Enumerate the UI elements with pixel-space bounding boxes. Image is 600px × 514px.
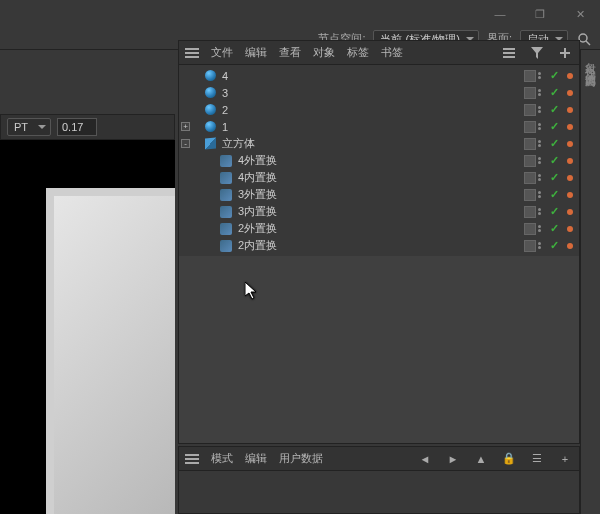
render-toggle[interactable]: ✓ [550, 205, 559, 218]
visibility-toggle[interactable] [538, 172, 548, 184]
boole-icon [219, 205, 233, 219]
render-toggle[interactable]: ✓ [550, 86, 559, 99]
tree-row[interactable]: 2内置换✓ [179, 237, 579, 254]
phong-tag[interactable] [567, 73, 573, 79]
view-list-icon[interactable] [501, 45, 517, 61]
render-toggle[interactable]: ✓ [550, 188, 559, 201]
object-tree[interactable]: 4✓3✓2✓+1✓-立方体✓4外置换✓4内置换✓3外置换✓3内置换✓2外置换✓2… [179, 65, 579, 256]
expand-toggle[interactable]: - [181, 139, 190, 148]
layer-toggle[interactable] [524, 155, 536, 167]
layer-toggle[interactable] [524, 172, 536, 184]
visibility-toggle[interactable] [538, 138, 548, 150]
phong-tag[interactable] [567, 175, 573, 181]
tree-row[interactable]: 1外置换✓ [179, 254, 579, 256]
object-toggles: ✓ [524, 137, 573, 150]
menu-tags[interactable]: 标签 [347, 45, 369, 60]
lock-icon[interactable]: 🔒 [501, 451, 517, 467]
phong-tag[interactable] [567, 90, 573, 96]
object-label: 1 [222, 121, 228, 133]
close-button[interactable]: ✕ [560, 0, 600, 28]
phong-tag[interactable] [567, 141, 573, 147]
render-toggle[interactable]: ✓ [550, 120, 559, 133]
expand-toggle[interactable]: + [181, 122, 190, 131]
menu-icon[interactable] [185, 454, 199, 464]
phong-tag[interactable] [567, 107, 573, 113]
render-toggle[interactable]: ✓ [550, 239, 559, 252]
render-toggle[interactable]: ✓ [550, 137, 559, 150]
object-label: 4内置换 [238, 170, 277, 185]
viewport[interactable] [0, 140, 175, 514]
layer-toggle[interactable] [524, 223, 536, 235]
layer-toggle[interactable] [524, 87, 536, 99]
attr-menu-userdata[interactable]: 用户数据 [279, 451, 323, 466]
tree-row[interactable]: -立方体✓ [179, 135, 579, 152]
object-label: 3 [222, 87, 228, 99]
tree-row[interactable]: 4✓ [179, 67, 579, 84]
object-toggles: ✓ [524, 205, 573, 218]
tree-row[interactable]: +1✓ [179, 118, 579, 135]
render-toggle[interactable]: ✓ [550, 171, 559, 184]
sphere-icon [203, 103, 217, 117]
menu-view[interactable]: 查看 [279, 45, 301, 60]
phong-tag[interactable] [567, 209, 573, 215]
phong-tag[interactable] [567, 226, 573, 232]
tree-row[interactable]: 3✓ [179, 84, 579, 101]
tree-row[interactable]: 3内置换✓ [179, 203, 579, 220]
menu-bookmarks[interactable]: 书签 [381, 45, 403, 60]
visibility-toggle[interactable] [538, 104, 548, 116]
attr-menu-mode[interactable]: 模式 [211, 451, 233, 466]
render-toggle[interactable]: ✓ [550, 69, 559, 82]
layer-toggle[interactable] [524, 70, 536, 82]
tree-row[interactable]: 2外置换✓ [179, 220, 579, 237]
visibility-toggle[interactable] [538, 223, 548, 235]
object-menubar: 文件 编辑 查看 对象 标签 书签 [179, 41, 579, 65]
phong-tag[interactable] [567, 192, 573, 198]
visibility-toggle[interactable] [538, 155, 548, 167]
visibility-toggle[interactable] [538, 206, 548, 218]
phong-tag[interactable] [567, 243, 573, 249]
menu-edit[interactable]: 编辑 [245, 45, 267, 60]
filter-icon[interactable] [529, 45, 545, 61]
layer-toggle[interactable] [524, 189, 536, 201]
render-toggle[interactable]: ✓ [550, 222, 559, 235]
tree-row[interactable]: 2✓ [179, 101, 579, 118]
layer-toggle[interactable] [524, 104, 536, 116]
menu-icon[interactable] [185, 48, 199, 58]
visibility-toggle[interactable] [538, 70, 548, 82]
object-label: 2外置换 [238, 221, 277, 236]
attr-menu-edit[interactable]: 编辑 [245, 451, 267, 466]
phong-tag[interactable] [567, 158, 573, 164]
visibility-toggle[interactable] [538, 87, 548, 99]
layer-toggle[interactable] [524, 138, 536, 150]
nav-fwd-icon[interactable]: ► [445, 451, 461, 467]
layer-toggle[interactable] [524, 240, 536, 252]
object-label: 3外置换 [238, 187, 277, 202]
layer-toggle[interactable] [524, 206, 536, 218]
attr-list-icon[interactable]: ☰ [529, 451, 545, 467]
tree-row[interactable]: 4外置换✓ [179, 152, 579, 169]
object-label: 2 [222, 104, 228, 116]
render-toggle[interactable]: ✓ [550, 103, 559, 116]
layer-toggle[interactable] [524, 121, 536, 133]
visibility-toggle[interactable] [538, 189, 548, 201]
tree-row[interactable]: 3外置换✓ [179, 186, 579, 203]
svg-rect-6 [560, 52, 570, 54]
scale-input[interactable]: 0.17 [57, 118, 97, 136]
object-toggles: ✓ [524, 103, 573, 116]
render-toggle[interactable]: ✓ [550, 154, 559, 167]
visibility-toggle[interactable] [538, 121, 548, 133]
visibility-toggle[interactable] [538, 240, 548, 252]
minimize-button[interactable]: — [480, 0, 520, 28]
attr-add-icon[interactable]: + [557, 451, 573, 467]
object-label: 2内置换 [238, 238, 277, 253]
menu-objects[interactable]: 对象 [313, 45, 335, 60]
nav-back-icon[interactable]: ◄ [417, 451, 433, 467]
object-label: 3内置换 [238, 204, 277, 219]
menu-file[interactable]: 文件 [211, 45, 233, 60]
add-icon[interactable] [557, 45, 573, 61]
tree-row[interactable]: 4内置换✓ [179, 169, 579, 186]
phong-tag[interactable] [567, 124, 573, 130]
unit-dropdown[interactable]: PT [7, 118, 51, 136]
maximize-button[interactable]: ❐ [520, 0, 560, 28]
nav-up-icon[interactable]: ▲ [473, 451, 489, 467]
